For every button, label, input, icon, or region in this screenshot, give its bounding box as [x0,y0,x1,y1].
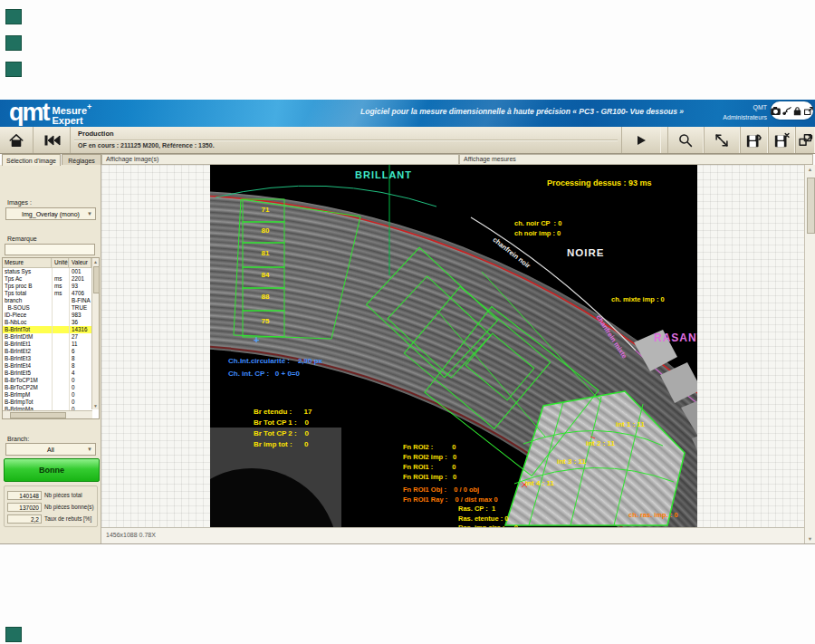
br-stat-line: Br Tot CP 1 : 0 [254,418,312,429]
window-title: Logiciel pour la mesure dimensionnelle à… [360,107,684,116]
logo-mesure: Mesure [53,105,88,116]
col-valeur[interactable]: Valeur [69,258,91,267]
fit-view-button[interactable] [704,127,740,153]
scroll-down-icon[interactable]: ▼ [805,536,815,542]
label-rasant: RASANT [654,333,697,342]
camera-icon[interactable] [771,106,781,116]
measure-table-body: status Sys 001 Tps Ac ms 2201 Tps proc B… [3,268,99,413]
table-row[interactable]: B-BrToCP2M 0 [3,384,99,391]
toolbar-divider [74,139,618,140]
table-row[interactable]: Tps total ms 4706 [3,290,99,297]
zone-value: 80 [255,226,275,235]
processing-time: Processing dessus : 93 ms [547,178,652,187]
ch-noir-cp: ch. noir CP : 0 [514,219,561,228]
col-unite[interactable]: Unité [52,258,69,267]
scroll-up-icon[interactable]: ▲ [805,167,815,172]
int-label: int 4 : 11 [525,479,554,487]
int-label: int 3 : 11 [557,457,586,466]
logo-plus: + [87,102,91,111]
stat-value: 140148 [7,491,42,500]
lock-icon[interactable] [792,106,802,116]
images-label: Images : [7,199,32,206]
layout-button[interactable] [795,127,815,153]
logo-text: Mesure+ Expert [53,102,92,126]
user-role: Administrateurs [684,112,767,122]
user-info: QMT Administrateurs [684,102,767,122]
zone-value: 81 [255,249,275,257]
ch-int-circularite: Ch.Int.circularité : 2,90 px [228,357,322,366]
branch-select[interactable]: All ▼ [5,443,96,456]
table-row[interactable]: B-SOUS TRUE [3,304,99,312]
table-row[interactable]: ID-Piece 983 [3,312,99,319]
table-row[interactable]: B-BrIntEt5 4 [3,370,99,377]
table-row[interactable]: branch B-FINA [3,297,99,304]
play-button[interactable] [621,127,661,153]
table-row[interactable]: Tps Ac ms 2201 [3,275,99,283]
zoom-info: 1456x1088 0.78X [106,532,156,538]
col-mesure[interactable]: Mesure [3,258,52,267]
save-image-button[interactable] [740,127,768,153]
save-image-icon [746,132,762,148]
table-row[interactable]: B-NbLoc 36 [3,319,99,326]
ras-obj-stats: Ras Obj : 0 pic2/ 0 objRas Ray : 0 px2 /… [458,515,547,527]
fn-stat-line: Fn ROI2 : 0 [403,443,456,453]
image-select[interactable]: Img_Overlay (mono) ▼ [5,207,96,220]
toolbar: Production OF en cours : 211125 M200, Ré… [0,127,815,154]
remark-input[interactable] [5,244,95,255]
scroll-up-icon[interactable]: ▲ [92,259,99,264]
table-row[interactable]: B-BrIntTot 14316 [3,326,99,333]
br-stat-line: Br imp tot : 0 [254,440,312,451]
crosshair-marker: + [254,335,259,344]
tab-selection-image[interactable]: Sélection d'image [2,154,61,166]
caption-affichage-images[interactable]: Affichage image(s) [101,154,459,165]
window-restore-icon[interactable] [803,106,813,116]
search-icon [678,133,693,148]
home-button[interactable] [0,127,34,153]
table-row[interactable]: B-BrIntEt3 8 [3,355,99,362]
remote-signal-icon[interactable] [781,106,791,116]
measure-table-header: Mesure Unité Valeur [3,258,99,268]
save-report-button[interactable] [768,127,795,153]
play-icon [635,134,647,147]
expand-arrows-icon [714,133,729,148]
save-x-icon [774,132,790,148]
table-vertical-scrollbar[interactable]: ▲ ▼ [91,258,99,409]
image-viewer[interactable]: BRILLANT Processing dessus : 93 ms ch. n… [210,165,697,527]
desktop-fragment [5,627,22,642]
scrollbar-thumb[interactable] [807,178,815,234]
table-horizontal-scrollbar[interactable] [3,410,92,418]
stat-label: Nb pièces total [44,492,82,498]
window-bottom-edge [0,543,815,544]
chevron-down-icon: ▼ [87,211,92,216]
rewind-icon [43,134,61,147]
scrollbar-thumb[interactable] [10,412,66,418]
remark-label: Remarque [7,235,37,242]
desktop-fragment [5,35,22,51]
caption-affichage-mesures[interactable]: Affichage mesures [459,154,813,165]
rewind-button[interactable] [34,127,71,153]
table-row[interactable]: B-BrIntDtM 27 [3,333,99,341]
table-row[interactable]: B-BrImpTot 0 [3,399,99,406]
sidebar: Images : Img_Overlay (mono) ▼ Remarque M… [0,165,101,543]
table-row[interactable]: B-BrImpM 0 [3,391,99,399]
table-row[interactable]: status Sys 001 [3,268,99,275]
int-label: int 2 : 11 [586,439,615,447]
label-noire: NOIRE [567,248,604,257]
branch-select-value: All [47,447,54,453]
stat-row: 2,2 Taux de rebuts [%] [5,513,97,524]
app-logo: qmt Mesure+ Expert [9,101,91,126]
table-row[interactable]: B-BrIntEt1 11 [3,341,99,348]
scrollbar-thumb[interactable] [93,266,100,293]
scroll-down-icon[interactable]: ▼ [92,403,99,409]
br-stat-line: Br Tot CP 2 : 0 [254,429,312,440]
status-bonne-button[interactable]: Bonne [4,458,100,482]
table-row[interactable]: Tps proc B ms 93 [3,283,99,290]
search-button[interactable] [667,127,704,153]
image-select-value: Img_Overlay (mono) [22,211,80,217]
main-vertical-scrollbar[interactable]: ▲ ▼ [804,165,815,543]
desktop-fragment [5,62,22,77]
table-row[interactable]: B-BrToCP1M 0 [3,377,99,384]
table-row[interactable]: B-BrIntEt4 8 [3,362,99,370]
viewer-statusbar: 1456x1088 0.78X [101,527,804,543]
table-row[interactable]: B-BrIntEt2 6 [3,348,99,355]
